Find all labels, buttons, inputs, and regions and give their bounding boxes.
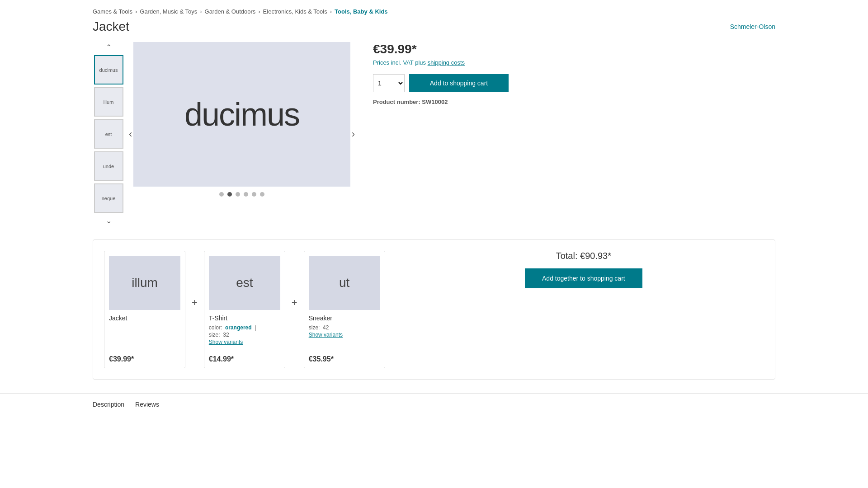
add-to-cart-button[interactable]: Add to shopping cart — [409, 74, 509, 92]
page-title-row: Jacket Schmeler-Olson — [0, 19, 868, 42]
add-cart-row: 1 2 3 4 5 Add to shopping cart — [373, 74, 775, 92]
thumb-nav-up[interactable]: ⌃ — [102, 42, 115, 52]
add-together-button[interactable]: Add together to shopping cart — [525, 268, 642, 288]
carousel-next-button[interactable]: › — [348, 127, 359, 142]
tab-reviews[interactable]: Reviews — [135, 401, 159, 411]
bundle-section: illum Jacket €39.99* + est T-Shirt color… — [93, 239, 775, 380]
attr-sep: | — [253, 324, 256, 331]
plus-sign-1: + — [285, 297, 304, 309]
product-price: €39.99* — [373, 42, 775, 56]
attr-key-size2: size: — [309, 324, 321, 331]
bundle-item-name-1: T-Shirt — [209, 314, 280, 322]
vat-info: Prices incl. VAT plus shipping costs — [373, 59, 775, 66]
thumb-nav-down[interactable]: ⌄ — [102, 216, 115, 226]
show-variants-link-1[interactable]: Show variants — [209, 339, 280, 345]
breadcrumb-item-0[interactable]: Games & Tools — [93, 8, 132, 15]
shipping-costs-link[interactable]: shipping costs — [428, 59, 465, 66]
bundle-item-img-2: ut — [309, 256, 380, 310]
thumb-item-1[interactable]: illum — [94, 87, 123, 117]
thumb-item-2[interactable]: est — [94, 119, 123, 149]
vat-text: Prices incl. VAT plus — [373, 59, 426, 66]
product-number-value: SW10002 — [422, 99, 448, 105]
bundle-inner: illum Jacket €39.99* + est T-Shirt color… — [104, 251, 764, 368]
attr-val-color-1: orangered — [225, 324, 252, 331]
plus-sign-0: + — [185, 297, 204, 309]
page-title: Jacket — [93, 19, 129, 34]
attr-key: color: — [209, 324, 224, 331]
breadcrumb-sep-3: › — [330, 8, 332, 15]
product-number-label: Product number: — [373, 99, 420, 105]
thumbnail-column: ⌃ ducimus illum est unde neque ⌄ — [93, 42, 124, 226]
breadcrumb-item-active: Tools, Baby & Kids — [335, 8, 388, 15]
bundle-item-attr-1-1: size: 32 — [209, 332, 280, 338]
bundle-item-img-1: est — [209, 256, 280, 310]
show-variants-link-2[interactable]: Show variants — [309, 332, 380, 338]
quantity-select[interactable]: 1 2 3 4 5 — [373, 74, 405, 92]
attr-val-size-1: 32 — [223, 332, 229, 338]
bundle-item-img-0: illum — [109, 256, 180, 310]
bundle-item-0: illum Jacket €39.99* — [104, 251, 185, 368]
main-image-text: ducimus — [184, 96, 299, 133]
breadcrumb: Games & Tools › Garden, Music & Toys › G… — [0, 0, 868, 19]
carousel-dot-3[interactable] — [244, 192, 248, 197]
thumb-item-3[interactable]: unde — [94, 151, 123, 181]
carousel-dot-2[interactable] — [236, 192, 240, 197]
carousel-dot-4[interactable] — [252, 192, 256, 197]
thumb-item-0[interactable]: ducimus — [94, 55, 123, 84]
product-number: Product number: SW10002 — [373, 99, 775, 105]
bundle-item-attr-1-0: color: orangered | — [209, 324, 280, 331]
carousel-prev-button[interactable]: ‹ — [125, 127, 136, 142]
breadcrumb-sep-2: › — [258, 8, 260, 15]
product-info: €39.99* Prices incl. VAT plus shipping c… — [359, 42, 775, 226]
bundle-item-1: est T-Shirt color: orangered | size: 32 … — [204, 251, 285, 368]
breadcrumb-item-2[interactable]: Garden & Outdoors — [205, 8, 256, 15]
bundle-item-name-0: Jacket — [109, 314, 180, 322]
thumb-item-4[interactable]: neque — [94, 183, 123, 213]
breadcrumb-sep-0: › — [135, 8, 137, 15]
bundle-total: Total: €90.93* — [556, 251, 611, 261]
tab-description[interactable]: Description — [93, 401, 124, 411]
bundle-item-attr-2-0: size: 42 — [309, 324, 380, 331]
brand-name: Schmeler-Olson — [730, 23, 775, 30]
bundle-item-name-2: Sneaker — [309, 314, 380, 322]
attr-key-size: size: — [209, 332, 222, 338]
bundle-summary: Total: €90.93* Add together to shopping … — [385, 251, 764, 288]
bundle-item-2: ut Sneaker size: 42 Show variants €35.95… — [304, 251, 385, 368]
main-image: ducimus — [133, 42, 350, 187]
carousel-dots — [133, 192, 350, 197]
bottom-tabs: Description Reviews — [0, 393, 868, 411]
bundle-item-price-1: €14.99* — [209, 352, 280, 363]
carousel-dot-0[interactable] — [219, 192, 224, 197]
breadcrumb-item-1[interactable]: Garden, Music & Toys — [140, 8, 197, 15]
attr-val-size-2: 42 — [323, 324, 329, 331]
breadcrumb-sep-1: › — [200, 8, 202, 15]
bundle-item-price-0: €39.99* — [109, 352, 180, 363]
product-area: ⌃ ducimus illum est unde neque ⌄ ‹ ducim… — [0, 42, 868, 226]
bundle-item-price-2: €35.95* — [309, 352, 380, 363]
breadcrumb-item-3[interactable]: Electronics, Kids & Tools — [263, 8, 327, 15]
carousel-dot-1[interactable] — [227, 192, 232, 197]
carousel-dot-5[interactable] — [260, 192, 264, 197]
main-image-wrap: ‹ ducimus › — [133, 42, 350, 226]
